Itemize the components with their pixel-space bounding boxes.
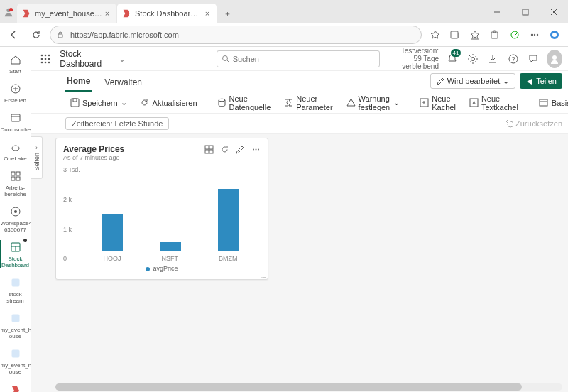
maximize-button[interactable] xyxy=(511,0,540,23)
fabric-icon xyxy=(121,9,131,18)
avatar[interactable] xyxy=(547,50,562,68)
browser-tab[interactable]: Stock Dashboard - Real-Time In × xyxy=(117,4,217,23)
more-icon[interactable] xyxy=(251,144,261,154)
set-alert-button[interactable]: Warnung festlegen ⌄ xyxy=(342,94,405,111)
pencil-icon xyxy=(437,77,444,85)
nav-workspaces[interactable]: Arbeits- bereiche xyxy=(0,166,31,200)
nav-stock-stream[interactable]: stock stream xyxy=(0,273,31,307)
alert-icon xyxy=(346,98,356,108)
y-tick: 3 Tsd. xyxy=(63,166,80,173)
legend-swatch xyxy=(146,267,150,271)
svg-rect-32 xyxy=(12,279,19,286)
browser-address-bar: https://app.fabric.microsoft.com xyxy=(0,23,568,47)
edit-tile-icon[interactable] xyxy=(235,144,245,154)
nav-eventhouse-2[interactable]: my_event_h ouse xyxy=(0,344,31,378)
nav-home[interactable]: Start xyxy=(0,50,31,77)
tile-icon xyxy=(420,98,429,108)
svg-point-49 xyxy=(552,55,557,60)
bar xyxy=(102,214,123,251)
nav-onelake[interactable]: OneLake xyxy=(0,137,31,165)
tile-average-prices[interactable]: Average Prices As of 7 minutes ago 3 Tsd… xyxy=(55,138,268,280)
nav-eventhouse-1[interactable]: my_event_h ouse xyxy=(0,308,31,342)
svg-rect-63 xyxy=(209,146,213,149)
chevron-down-icon: ⌄ xyxy=(121,98,127,107)
close-icon[interactable]: × xyxy=(202,9,212,18)
editing-mode-button[interactable]: Wird bearbeitet ⌄ xyxy=(430,73,516,89)
time-range-chip[interactable]: Zeitbereich: Letzte Stunde xyxy=(65,117,169,130)
svg-point-41 xyxy=(41,61,43,63)
search-icon xyxy=(222,55,230,63)
copilot-icon[interactable] xyxy=(545,26,564,44)
close-window-button[interactable] xyxy=(540,0,568,23)
refresh-icon xyxy=(140,98,150,108)
dashboard-canvas[interactable]: › Seiten Average Prices As of 7 minutes … xyxy=(31,134,568,392)
horizontal-scrollbar[interactable] xyxy=(55,383,562,391)
star-icon[interactable] xyxy=(426,26,444,44)
save-button[interactable]: Speichern ⌄ xyxy=(65,94,131,111)
nav-stock-dashboard[interactable]: Stock Dashboard xyxy=(0,237,31,271)
page-title[interactable]: Stock Dashboard ⌄ xyxy=(60,49,125,69)
chevron-down-icon: ⌄ xyxy=(393,98,400,107)
browser-profile-icon[interactable] xyxy=(0,0,17,23)
svg-point-66 xyxy=(253,148,254,150)
settings-icon[interactable] xyxy=(466,51,479,67)
url-field[interactable]: https://app.fabric.microsoft.com xyxy=(50,26,422,44)
minimize-button[interactable] xyxy=(483,0,511,23)
more-icon[interactable] xyxy=(525,26,544,44)
close-icon[interactable]: × xyxy=(102,9,112,18)
svg-point-68 xyxy=(258,148,259,150)
search-field[interactable] xyxy=(217,50,380,67)
svg-text:A: A xyxy=(472,100,476,105)
search-input[interactable] xyxy=(233,55,375,63)
extension-badge-icon[interactable] xyxy=(506,26,524,44)
extensions-icon[interactable] xyxy=(486,26,504,44)
svg-rect-50 xyxy=(71,99,79,107)
plus-circle-icon xyxy=(9,82,23,96)
download-icon[interactable] xyxy=(486,51,499,67)
tab-manage[interactable]: Verwalten xyxy=(103,73,143,92)
new-text-tile-button[interactable]: A Neue Textkachel xyxy=(465,94,523,111)
nav-workspace-item[interactable]: Workspace4 6360677 xyxy=(0,202,31,236)
resize-handle[interactable] xyxy=(261,272,266,278)
refresh-data-button[interactable]: Aktualisieren xyxy=(136,94,202,111)
workspace-icon xyxy=(9,205,23,219)
explore-icon[interactable] xyxy=(204,144,214,154)
svg-point-46 xyxy=(471,57,474,60)
refresh-tile-icon[interactable] xyxy=(219,144,229,154)
refresh-button[interactable] xyxy=(27,26,45,44)
new-tab-button[interactable]: ＋ xyxy=(217,4,237,23)
nav-create[interactable]: Erstellen xyxy=(0,79,31,107)
chevron-down-icon: ⌄ xyxy=(503,77,509,86)
base-queries-button[interactable]: Basisabfragen xyxy=(535,94,568,111)
browser-tab[interactable]: my_event_house - Real-Time Int × xyxy=(17,4,116,23)
svg-point-35 xyxy=(41,54,43,56)
browser-tab-label: Stock Dashboard - Real-Time In xyxy=(135,9,202,18)
help-icon[interactable]: ? xyxy=(506,51,519,67)
undo-icon xyxy=(504,119,513,128)
new-datasource-button[interactable]: Neue Datenquelle xyxy=(213,94,276,111)
chevron-right-icon: › xyxy=(36,144,38,151)
reset-filters-button[interactable]: Zurücksetzen xyxy=(504,119,562,128)
stream-icon xyxy=(9,276,23,290)
svg-rect-23 xyxy=(11,172,15,175)
collections-icon[interactable] xyxy=(446,26,464,44)
tab-home[interactable]: Home xyxy=(65,72,92,92)
new-parameter-button[interactable]: Neuer Parameter xyxy=(280,94,337,111)
scrollbar-thumb[interactable] xyxy=(55,383,522,391)
nav-browse[interactable]: Durchsuchen xyxy=(0,108,31,136)
feedback-icon[interactable] xyxy=(527,51,540,67)
onelake-icon xyxy=(9,140,23,154)
waffle-icon[interactable] xyxy=(37,49,54,69)
back-button[interactable] xyxy=(4,26,23,44)
filter-bar: Zeitbereich: Letzte Stunde Zurücksetzen xyxy=(31,114,568,134)
new-tile-button[interactable]: Neue Kachel xyxy=(415,94,461,111)
favorites-bar-icon[interactable] xyxy=(466,26,484,44)
nav-rti[interactable]: Echtzeitin- telligenz xyxy=(0,381,31,392)
pages-panel-toggle[interactable]: › Seiten xyxy=(31,136,43,179)
svg-point-67 xyxy=(255,148,256,150)
y-tick: 2 k xyxy=(63,196,72,203)
share-button[interactable]: Teilen xyxy=(520,73,562,89)
eventhouse-icon xyxy=(9,347,23,361)
parameter-icon xyxy=(284,98,293,108)
notifications-icon[interactable]: 41 xyxy=(446,51,459,67)
